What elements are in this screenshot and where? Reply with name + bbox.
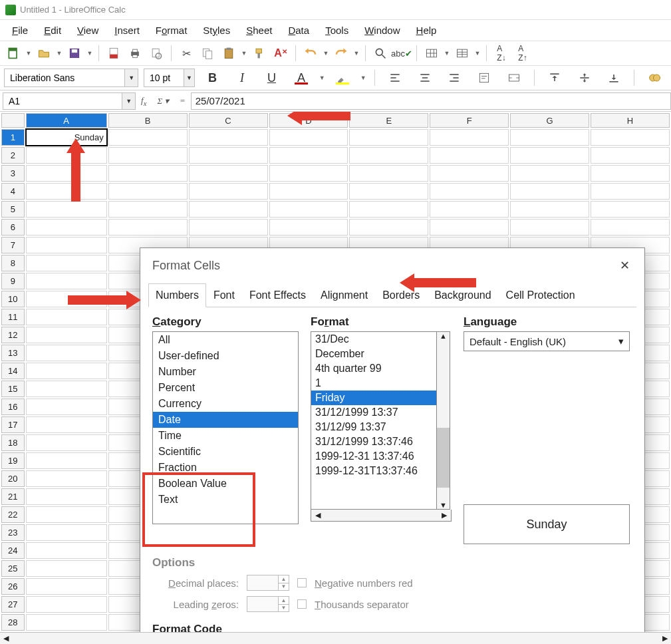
cell-E3[interactable] (349, 165, 428, 182)
cell-A26[interactable] (26, 578, 107, 595)
cell-A16[interactable] (26, 399, 107, 415)
menu-data[interactable]: Data (281, 22, 316, 39)
category-listbox[interactable]: AllUser-definedNumberPercentCurrencyDate… (152, 331, 299, 524)
language-combo[interactable]: Default - English (UK) ▾ (464, 331, 630, 351)
name-box-input[interactable] (3, 96, 122, 106)
cell-E6[interactable] (349, 219, 428, 236)
export-pdf-icon[interactable] (104, 44, 123, 63)
cell-G1[interactable] (510, 129, 589, 146)
row-header-14[interactable]: 14 (1, 363, 25, 379)
row-header-23[interactable]: 23 (1, 524, 25, 541)
row-header-9[interactable]: 9 (1, 273, 25, 289)
col-header-D[interactable]: D (269, 113, 348, 128)
cell-B5[interactable] (108, 201, 188, 218)
select-all-corner[interactable] (1, 113, 25, 128)
cell-A21[interactable] (26, 488, 107, 505)
currency-icon[interactable] (642, 69, 667, 87)
row-header-11[interactable]: 11 (1, 309, 25, 325)
align-right-icon[interactable] (442, 69, 467, 87)
cell-A1[interactable]: Sunday (26, 129, 107, 146)
cell-A28[interactable] (26, 614, 107, 631)
cell-F6[interactable] (430, 219, 509, 236)
format-item[interactable]: December (311, 347, 436, 361)
cell-A13[interactable] (26, 345, 107, 361)
open-dropdown[interactable]: ▼ (56, 50, 63, 57)
hscroll-left-icon[interactable]: ◀ (311, 510, 325, 521)
col-header-A[interactable]: A (26, 113, 107, 128)
font-size-combo[interactable]: ▼ (144, 69, 195, 87)
row-header-24[interactable]: 24 (1, 542, 25, 559)
font-color-dropdown[interactable]: ▼ (319, 75, 325, 81)
cell-H3[interactable] (591, 165, 670, 182)
cell-B1[interactable] (108, 129, 188, 146)
col-header-F[interactable]: F (430, 113, 509, 128)
scroll-up-icon[interactable]: ▲ (440, 332, 447, 340)
category-item[interactable]: User-defined (153, 348, 298, 364)
cell-A3[interactable] (26, 165, 107, 182)
save-dropdown[interactable]: ▼ (86, 50, 93, 57)
font-size-dropdown[interactable]: ▼ (184, 69, 194, 86)
menu-format[interactable]: Format (149, 22, 194, 39)
format-item[interactable]: 31/12/1999 13:37:46 (311, 434, 436, 449)
cell-D3[interactable] (269, 165, 348, 182)
cell-A27[interactable] (26, 596, 107, 613)
category-item[interactable]: Boolean Value (153, 476, 298, 492)
save-icon[interactable] (65, 44, 84, 63)
cell-H6[interactable] (591, 219, 670, 236)
format-item[interactable]: 1999-12-31 13:37:46 (311, 449, 436, 464)
hscroll-right-icon[interactable]: ▶ (438, 510, 451, 521)
row-header-25[interactable]: 25 (1, 560, 25, 577)
row-header-1[interactable]: 1 (1, 129, 25, 146)
cell-E1[interactable] (349, 129, 428, 146)
print-preview-icon[interactable] (147, 44, 166, 63)
undo-icon[interactable] (301, 44, 320, 63)
menu-insert[interactable]: Insert (108, 22, 146, 39)
row-header-18[interactable]: 18 (1, 434, 25, 451)
row-header-3[interactable]: 3 (1, 165, 25, 182)
cell-A23[interactable] (26, 524, 107, 541)
col-dropdown[interactable]: ▼ (474, 50, 481, 57)
formula-input[interactable]: 25/07/2021 (191, 92, 671, 110)
row-icon[interactable] (422, 44, 441, 63)
format-scrollbar[interactable]: ▲ ▼ (437, 331, 450, 510)
paste-dropdown[interactable]: ▼ (241, 50, 247, 57)
category-item[interactable]: Scientific (153, 444, 298, 460)
col-header-H[interactable]: H (591, 113, 670, 128)
column-headers[interactable]: A B C D E F G H (1, 113, 670, 128)
cell-H1[interactable] (591, 129, 670, 146)
italic-button[interactable]: I (230, 69, 255, 87)
clear-format-icon[interactable]: A✕ (271, 44, 290, 63)
cell-A19[interactable] (26, 452, 107, 469)
scroll-thumb[interactable] (437, 428, 450, 488)
cell-A18[interactable] (26, 434, 107, 451)
row-header-15[interactable]: 15 (1, 381, 25, 397)
category-item[interactable]: All (153, 332, 298, 348)
tab-borders[interactable]: Borders (375, 283, 427, 307)
cell-E5[interactable] (349, 201, 428, 218)
cell-B2[interactable] (108, 147, 188, 164)
cell-D5[interactable] (269, 201, 348, 218)
cell-F3[interactable] (430, 165, 509, 182)
font-name-input[interactable] (5, 73, 124, 83)
row-header-16[interactable]: 16 (1, 399, 25, 415)
cell-G3[interactable] (510, 165, 589, 182)
category-item[interactable]: Date (153, 412, 298, 428)
cell-E4[interactable] (349, 183, 428, 200)
highlight-button[interactable] (331, 69, 355, 87)
cell-G6[interactable] (510, 219, 589, 236)
close-icon[interactable]: ✕ (616, 257, 632, 273)
spellcheck-icon[interactable]: abc✔ (392, 44, 411, 63)
redo-icon[interactable] (332, 44, 350, 63)
menu-sheet[interactable]: Sheet (239, 22, 279, 39)
row-header-12[interactable]: 12 (1, 327, 25, 343)
cell-D2[interactable] (269, 147, 348, 164)
category-item[interactable]: Currency (153, 396, 298, 412)
format-listbox[interactable]: 31/DecDecember4th quarter 991Friday31/12… (311, 331, 437, 510)
tab-alignment[interactable]: Alignment (313, 283, 375, 307)
sum-icon[interactable]: Σ ▾ (152, 96, 174, 106)
font-size-input[interactable] (144, 73, 184, 83)
row-header-13[interactable]: 13 (1, 345, 25, 361)
valign-middle-icon[interactable] (572, 69, 597, 87)
format-item[interactable]: Friday (311, 391, 436, 405)
category-item[interactable]: Number (153, 364, 298, 380)
